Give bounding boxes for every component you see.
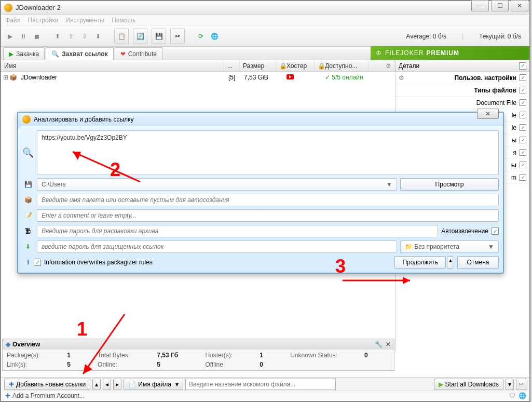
menu-help[interactable]: Помощь	[112, 17, 135, 24]
globe-icon[interactable]: 🌐	[519, 392, 526, 399]
lock-icon-2: 🔒	[315, 60, 322, 71]
continue-button[interactable]: Продолжить	[394, 256, 446, 269]
details-label: Детали	[399, 62, 419, 70]
th-name[interactable]: Имя	[1, 60, 224, 71]
bottom-bar: ✚Добавить новые ссылки ▴ ◂ ▸ 📄Имя файла▾…	[2, 377, 529, 391]
save-icon[interactable]: 💾	[152, 29, 166, 44]
reload-icon[interactable]: ⟳	[195, 29, 207, 44]
shield-icon[interactable]: 🛡	[509, 392, 515, 399]
crown-icon: ♔	[376, 49, 382, 57]
overwrite-label: Information overwrites packagizer rules	[44, 259, 153, 266]
right-file-types[interactable]: Типы файлов ✓	[395, 84, 529, 97]
close-panel-icon[interactable]: ✕	[386, 341, 391, 348]
dialog-titlebar: Анализировать и добавить ссылку	[18, 113, 503, 126]
arrow-up-icon[interactable]: ⬆	[52, 29, 63, 44]
details-checkbox[interactable]: ✓	[519, 62, 526, 70]
overview-stats: Package(s):1 Total Bytes:7,53 Гб Hoster(…	[3, 350, 394, 370]
link-password-input[interactable]	[37, 240, 397, 253]
dialog-close-button[interactable]: ✕	[477, 109, 499, 119]
add-premium-label[interactable]: Add a Premium Account...	[12, 392, 85, 399]
tab-downloads[interactable]: ▶Закачка	[3, 47, 45, 60]
autoextract-label: Автоизвлечение	[441, 227, 488, 235]
play-icon: ▶	[439, 381, 443, 388]
archive-password-input[interactable]	[37, 225, 438, 237]
premium-bar: ✚ Add a Premium Account... 🛡 🌐	[2, 391, 529, 400]
menu-file[interactable]: Файл	[5, 17, 21, 24]
url-input[interactable]	[37, 130, 499, 175]
table-header: Имя ... Размер 🔒 Хостер 🔒 Доступно... ⚙	[1, 60, 395, 72]
th-available[interactable]: Доступно...	[322, 60, 369, 71]
priority-select[interactable]: 📁 Без приоритета▼	[400, 240, 499, 253]
filejoker-banner[interactable]: ♔ FILEJOKER PREMIUM	[371, 46, 529, 60]
delete-icon[interactable]: ✂	[170, 29, 185, 44]
cancel-button[interactable]: Отмена	[457, 256, 499, 269]
dialog-title-text: Анализировать и добавить ссылку	[34, 116, 133, 123]
package-name-input[interactable]	[37, 194, 499, 206]
current-speed: Текущий: 0 б/s	[479, 33, 521, 40]
stop-icon[interactable]: ◼	[31, 29, 43, 44]
start-all-button[interactable]: ▶Start all Downloads	[434, 379, 503, 390]
minimize-button[interactable]: ―	[471, 0, 489, 11]
tabs: ▶Закачка 🔍Захват ссылок ❤Contribute ♔ FI…	[1, 47, 529, 60]
close-button[interactable]: ✕	[511, 0, 528, 11]
play-icon[interactable]: ▶	[4, 29, 16, 44]
th-dots[interactable]: ...	[224, 60, 240, 71]
archive-icon: 🗜	[22, 225, 34, 237]
path-select[interactable]: C:\Users▼	[37, 178, 397, 191]
th-size[interactable]: Размер	[240, 60, 276, 71]
clipboard-icon[interactable]: 📋	[114, 29, 129, 44]
maximize-button[interactable]: ☐	[491, 0, 509, 11]
file-icon: 📄	[128, 381, 136, 388]
start-dropdown[interactable]: ▾	[506, 379, 514, 390]
package-icon: 📦	[9, 74, 18, 81]
comment-input[interactable]	[37, 209, 499, 222]
arrow-down-icon-2[interactable]: ⬇	[92, 29, 104, 44]
pause-icon[interactable]: ⏸	[18, 29, 29, 44]
menubar: Файл Настройки Инструменты Помощь	[1, 15, 529, 26]
tab-contribute[interactable]: ❤Contribute	[115, 47, 162, 60]
right-user-settings[interactable]: ⚙ Пользов. настройки ✓	[395, 72, 529, 84]
youtube-icon	[287, 74, 294, 79]
arrow-up-icon-2[interactable]: ⇧	[65, 29, 77, 44]
info-icon: ◈	[6, 341, 10, 348]
info-icon: ℹ	[22, 257, 34, 268]
misc-button-2[interactable]: ▸	[113, 379, 121, 390]
misc-button-1[interactable]: ◂	[103, 379, 111, 390]
overwrite-checkbox[interactable]: ✓	[34, 259, 41, 266]
refresh-icon[interactable]: 🔄	[133, 29, 147, 44]
tab-linkgrabber[interactable]: 🔍Захват ссылок	[46, 47, 113, 60]
th-hoster[interactable]: Хостер	[283, 60, 315, 71]
tools-button[interactable]: ✂	[516, 379, 527, 390]
expand-icon[interactable]: ⊞	[3, 74, 9, 81]
floppy-icon: 💾	[22, 179, 34, 190]
browse-button[interactable]: Просмотр	[400, 178, 499, 191]
titlebar: JDownloader 2 ― ☐ ✕	[1, 1, 529, 15]
window-title: JDownloader 2	[16, 4, 61, 11]
continue-dropdown[interactable]: ▴	[447, 256, 453, 269]
row-name: JDownloader	[18, 74, 225, 81]
plus-icon: ✚	[9, 381, 14, 388]
add-link-dialog: ✕ Анализировать и добавить ссылку 🔍 💾 C:…	[17, 112, 504, 274]
table-row[interactable]: ⊞ 📦 JDownloader [5] 7,53 GiB ✓ 5/5 онлай…	[1, 72, 395, 83]
note-icon: 📝	[22, 210, 34, 221]
right-type-item[interactable]: Document File✓	[395, 97, 529, 109]
lock-icon: 🔒	[276, 60, 283, 71]
menu-tools[interactable]: Инструменты	[65, 17, 104, 24]
magnifier-icon: 🔍	[22, 147, 34, 158]
gear-icon: ⚙	[399, 74, 404, 82]
globe-icon[interactable]: 🌐	[209, 29, 220, 44]
gear-icon[interactable]: ⚙	[369, 60, 395, 71]
row-count: [5]	[225, 74, 241, 81]
add-links-dropdown[interactable]: ▴	[92, 379, 101, 390]
wrench-icon[interactable]: 🔧	[375, 341, 383, 348]
app-icon	[4, 4, 12, 12]
filename-button[interactable]: 📄Имя файла▾	[124, 379, 183, 390]
arrow-down-icon[interactable]: ⇩	[79, 29, 90, 44]
download-icon: ⬇	[22, 241, 34, 252]
box-icon: 📦	[22, 194, 34, 206]
add-links-button[interactable]: ✚Добавить новые ссылки	[4, 379, 90, 390]
menu-settings[interactable]: Настройки	[28, 17, 59, 24]
overview-header: ◈ Overview 🔧✕	[3, 339, 394, 350]
search-input[interactable]	[185, 379, 336, 390]
autoextract-checkbox[interactable]: ✓	[492, 227, 499, 235]
